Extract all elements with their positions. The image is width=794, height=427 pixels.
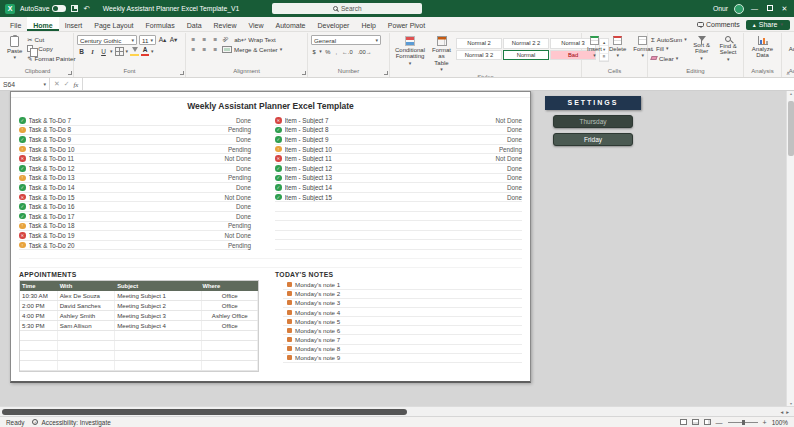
fill-button[interactable]: ↓ Fill ▾ bbox=[651, 45, 687, 53]
zoom-in-button[interactable]: + bbox=[763, 419, 767, 426]
font-color-icon[interactable]: A bbox=[141, 47, 149, 56]
horizontal-scrollbar[interactable]: ◂ ▸ bbox=[0, 406, 794, 416]
percent-style-icon[interactable]: % bbox=[324, 47, 332, 56]
autosave-toggle[interactable]: AutoSave bbox=[20, 5, 66, 12]
item-row[interactable]: ! Item - Subject 10 Pending bbox=[275, 145, 522, 155]
ribbon-tab[interactable]: Help bbox=[355, 17, 381, 31]
note-row[interactable]: Monday's note 5 bbox=[283, 317, 522, 326]
wrap-text-button[interactable]: ab↩ Wrap Text bbox=[234, 35, 276, 43]
appointment-row[interactable]: 10:30 AM Alex De Souza Meeting Subject 1… bbox=[20, 291, 258, 301]
comments-button[interactable]: Comments bbox=[697, 21, 740, 28]
cell-style-chip[interactable]: Normal 2 bbox=[456, 38, 502, 49]
zoom-level[interactable]: 100% bbox=[772, 419, 788, 426]
orientation-icon[interactable]: ab bbox=[221, 35, 230, 44]
enter-entry-icon[interactable]: ✓ bbox=[64, 80, 70, 88]
task-row[interactable]: ✓ Task & To-Do 12 Done bbox=[19, 164, 251, 174]
share-button[interactable]: ▴ Share ▾ bbox=[746, 20, 790, 30]
note-row[interactable]: Monday's note 2 bbox=[283, 290, 522, 299]
align-right-icon[interactable]: ≡ bbox=[211, 46, 220, 53]
vertical-scroll-thumb[interactable] bbox=[788, 101, 794, 156]
copy-button[interactable]: Copy bbox=[27, 45, 75, 53]
note-row[interactable]: Monday's note 9 bbox=[283, 354, 522, 363]
note-row[interactable]: Monday's note 8 bbox=[283, 345, 522, 354]
appointment-row[interactable]: 4:00 PM Ashley Smith Meeting Subject 3 A… bbox=[20, 311, 258, 321]
page-layout-view-button[interactable] bbox=[692, 419, 699, 425]
worksheet[interactable]: Weekly Assistant Planner Excel Template … bbox=[10, 91, 531, 383]
name-box[interactable]: S64 ▾ bbox=[0, 78, 50, 90]
chevron-down-icon[interactable]: ▾ bbox=[110, 49, 113, 54]
cut-button[interactable]: ✂Cut bbox=[27, 35, 75, 43]
ribbon-tab[interactable]: Review bbox=[208, 17, 243, 31]
appointment-row[interactable]: 2:00 PM David Sanches Meeting Subject 2 … bbox=[20, 301, 258, 311]
item-row[interactable]: ✓ Item - Subject 9 Done bbox=[275, 135, 522, 145]
item-row[interactable]: ✓ Item - Subject 14 Done bbox=[275, 183, 522, 193]
chevron-down-icon[interactable]: ▾ bbox=[126, 49, 129, 54]
shrink-font-icon[interactable]: A▾ bbox=[169, 36, 178, 45]
collapse-ribbon-icon[interactable]: ∧ bbox=[786, 70, 790, 76]
align-left-icon[interactable]: ≡ bbox=[189, 46, 198, 53]
bold-button[interactable]: B bbox=[77, 47, 86, 56]
excel-logo-icon[interactable]: X bbox=[5, 4, 15, 14]
scroll-right-icon[interactable]: ▸ bbox=[786, 409, 789, 415]
avatar[interactable] bbox=[734, 4, 744, 14]
item-row[interactable]: ✕ Item - Subject 11 Not Done bbox=[275, 154, 522, 164]
underline-button[interactable]: U bbox=[99, 47, 108, 56]
task-row[interactable]: ! Task & To-Do 20 Pending bbox=[19, 241, 251, 251]
save-icon[interactable] bbox=[71, 5, 78, 12]
ribbon-tab[interactable]: Power Pivot bbox=[382, 17, 431, 31]
settings-day-button[interactable]: Friday bbox=[553, 133, 633, 146]
ribbon-tab[interactable]: Home bbox=[27, 17, 58, 31]
cell-style-chip[interactable]: Normal 3 2 bbox=[456, 50, 502, 61]
analyze-data-button[interactable]: Analyze Data bbox=[747, 35, 778, 60]
close-button[interactable]: ✕ bbox=[780, 5, 789, 13]
ribbon-tab[interactable]: Automate bbox=[270, 17, 312, 31]
toggle-switch-icon[interactable] bbox=[52, 5, 66, 12]
addins-button[interactable]: Add-ins bbox=[787, 35, 794, 53]
align-middle-icon[interactable]: ≡ bbox=[200, 36, 209, 43]
clear-button[interactable]: Clear ▾ bbox=[651, 54, 687, 62]
note-row[interactable]: Monday's note 3 bbox=[283, 299, 522, 308]
zoom-slider[interactable] bbox=[728, 422, 758, 423]
ribbon-tab[interactable]: View bbox=[243, 17, 270, 31]
minimize-button[interactable]: — bbox=[750, 5, 759, 12]
insert-function-icon[interactable]: fx bbox=[73, 81, 78, 88]
align-top-icon[interactable]: ≡ bbox=[189, 36, 198, 43]
grow-font-icon[interactable]: A▴ bbox=[158, 36, 167, 45]
task-row[interactable]: ✓ Task & To-Do 9 Done bbox=[19, 135, 251, 145]
paste-button[interactable]: Paste ▾ bbox=[5, 35, 24, 61]
item-row[interactable]: ✓ Item - Subject 15 Done bbox=[275, 193, 522, 203]
dialog-launcher-icon[interactable] bbox=[68, 71, 72, 75]
scroll-down-icon[interactable]: ▾ bbox=[787, 401, 794, 406]
italic-button[interactable]: I bbox=[88, 47, 97, 56]
formula-input[interactable] bbox=[83, 78, 794, 90]
conditional-formatting-button[interactable]: Conditional Formatting ▾ bbox=[393, 35, 427, 67]
task-row[interactable]: ✓ Task & To-Do 7 Done bbox=[19, 116, 251, 126]
zoom-out-button[interactable]: — bbox=[716, 419, 723, 426]
delete-cells-button[interactable]: Delete ▾ bbox=[607, 35, 628, 59]
cancel-entry-icon[interactable]: ✕ bbox=[54, 80, 60, 88]
font-size-combo[interactable]: 11▾ bbox=[139, 35, 156, 45]
scroll-left-icon[interactable]: ◂ bbox=[780, 409, 783, 415]
ribbon-tab[interactable]: Data bbox=[181, 17, 208, 31]
normal-view-button[interactable] bbox=[680, 419, 687, 425]
dialog-launcher-icon[interactable] bbox=[180, 71, 184, 75]
dialog-launcher-icon[interactable] bbox=[384, 71, 388, 75]
cell-style-chip[interactable]: Normal 2 2 bbox=[503, 38, 549, 49]
autosum-button[interactable]: Σ AutoSum ▾ bbox=[651, 35, 687, 43]
horizontal-scroll-thumb[interactable] bbox=[2, 409, 407, 415]
task-row[interactable]: ! Task & To-Do 8 Pending bbox=[19, 126, 251, 136]
item-row[interactable]: ✓ Item - Subject 13 Done bbox=[275, 174, 522, 184]
item-row[interactable]: ✓ Item - Subject 8 Done bbox=[275, 126, 522, 136]
fill-color-icon[interactable] bbox=[130, 47, 139, 56]
task-row[interactable]: ✕ Task & To-Do 19 Not Done bbox=[19, 231, 251, 241]
ribbon-tab[interactable]: Developer bbox=[312, 17, 356, 31]
format-as-table-button[interactable]: Format as Table ▾ bbox=[430, 35, 453, 73]
find-select-button[interactable]: Find & Select ▾ bbox=[716, 35, 740, 63]
task-row[interactable]: ! Task & To-Do 13 Pending bbox=[19, 174, 251, 184]
number-format-combo[interactable]: General▾ bbox=[311, 35, 381, 45]
dialog-launcher-icon[interactable] bbox=[302, 71, 306, 75]
note-row[interactable]: Monday's note 6 bbox=[283, 326, 522, 335]
scroll-up-icon[interactable]: ▴ bbox=[787, 91, 794, 96]
merge-center-button[interactable]: Merge & Center ▾ bbox=[234, 45, 282, 53]
empty-row[interactable] bbox=[20, 331, 258, 341]
